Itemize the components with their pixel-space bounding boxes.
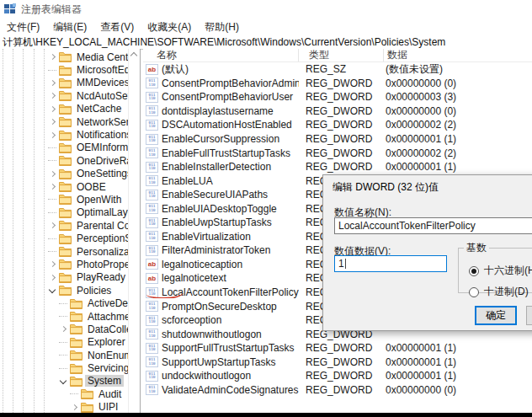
- expand-chevron-icon[interactable]: [59, 312, 68, 321]
- expand-chevron-icon[interactable]: [48, 78, 57, 88]
- tree-item[interactable]: DataCollec: [0, 323, 129, 335]
- expand-chevron-icon[interactable]: [48, 259, 57, 269]
- expand-chevron-icon[interactable]: [48, 143, 57, 152]
- table-row[interactable]: SupportUwpStartupTasks REG_DWORD 0x00000…: [143, 355, 532, 369]
- registry-tree-panel: Media Center MicrosoftEdg MMDevices Nc: [0, 49, 141, 413]
- expand-chevron-icon[interactable]: [70, 403, 79, 412]
- tree-item[interactable]: NetworkServi: [0, 115, 129, 128]
- table-row[interactable]: DSCAutomationHostEnabled REG_DWORD 0x000…: [143, 118, 532, 132]
- expand-chevron-icon[interactable]: [48, 273, 57, 282]
- value-name: SupportUwpStartupTasks: [162, 356, 275, 368]
- value-data-input[interactable]: 1: [334, 255, 447, 272]
- expand-chevron-icon[interactable]: [59, 338, 68, 347]
- expand-chevron-icon[interactable]: [70, 389, 79, 398]
- tree-item[interactable]: ActiveDesk: [0, 297, 129, 309]
- expand-chevron-icon[interactable]: [59, 350, 68, 360]
- table-row[interactable]: dontdisplaylastusername REG_DWORD 0x0000…: [143, 104, 532, 119]
- tree-item[interactable]: Personalizati: [0, 245, 129, 258]
- expand-chevron-icon[interactable]: [48, 104, 57, 114]
- value-name: dontdisplaylastusername: [162, 105, 274, 117]
- expand-chevron-icon[interactable]: [48, 182, 57, 191]
- expand-chevron-icon[interactable]: [48, 131, 57, 140]
- menu-favorites[interactable]: 收藏夹(A): [141, 19, 198, 36]
- value-name: EnableCursorSuppression: [162, 133, 279, 145]
- expand-chevron-icon[interactable]: [59, 364, 68, 373]
- tree-item[interactable]: NonEnum: [0, 349, 129, 361]
- tree-item[interactable]: Attachmen: [0, 310, 129, 323]
- table-row[interactable]: undockwithoutlogon REG_DWORD 0x00000001 …: [143, 369, 532, 383]
- menu-edit[interactable]: 编辑(E): [46, 19, 93, 36]
- tree-item[interactable]: Servicing: [0, 361, 129, 374]
- column-header-type[interactable]: 类型: [299, 49, 384, 61]
- value-type-icon: [146, 78, 158, 88]
- dialog-title: 编辑 DWORD (32 位)值: [332, 180, 439, 195]
- tree-item[interactable]: Media Center: [0, 51, 129, 63]
- cancel-button[interactable]: [526, 306, 532, 325]
- tree-item[interactable]: Audit: [0, 388, 129, 400]
- expand-chevron-icon[interactable]: [48, 234, 57, 243]
- radio-decimal[interactable]: 十进制(D): [469, 285, 529, 299]
- expand-chevron-icon[interactable]: [48, 247, 57, 256]
- tree-item[interactable]: PhotoPropert: [0, 258, 129, 270]
- tree-item[interactable]: OpenWith: [0, 193, 129, 206]
- expand-chevron-icon[interactable]: [48, 156, 57, 165]
- expand-chevron-icon[interactable]: [48, 221, 57, 230]
- value-name-field[interactable]: LocalAccountTokenFilterPolicy: [334, 217, 532, 234]
- tree-item[interactable]: MicrosoftEdg: [0, 63, 129, 76]
- value-type-icon: [146, 92, 158, 103]
- expand-chevron-icon[interactable]: [48, 91, 57, 100]
- tree-item-label: PlayReady: [77, 271, 125, 283]
- expand-chevron-icon[interactable]: [48, 117, 57, 126]
- expand-chevron-icon[interactable]: [59, 324, 68, 334]
- table-row[interactable]: EnableCursorSuppression REG_DWORD 0x0000…: [143, 132, 532, 147]
- radio-unselected-icon[interactable]: [469, 287, 479, 297]
- expand-chevron-icon[interactable]: [48, 66, 57, 75]
- table-row[interactable]: ValidateAdminCodeSignatures REG_DWORD 0x…: [143, 383, 532, 398]
- expand-chevron-icon[interactable]: [48, 195, 57, 204]
- expand-chevron-icon[interactable]: [48, 52, 57, 61]
- table-row[interactable]: EnableInstallerDetection REG_DWORD 0x000…: [143, 160, 532, 174]
- tree-item[interactable]: Policies: [0, 284, 129, 297]
- tree-item[interactable]: Explorer: [0, 336, 129, 349]
- tree-item[interactable]: Parental Cont: [0, 219, 129, 232]
- table-row[interactable]: (默认) REG_SZ (数值未设置): [143, 62, 532, 77]
- tree-item[interactable]: OneDriveRam: [0, 154, 129, 167]
- expand-chevron-icon[interactable]: [59, 299, 68, 308]
- radio-selected-icon[interactable]: [469, 266, 479, 276]
- tree-item[interactable]: PlayReady: [0, 271, 129, 284]
- address-bar[interactable]: 计算机\HKEY_LOCAL_MACHINE\SOFTWARE\Microsof…: [0, 35, 532, 50]
- scroll-up-icon[interactable]: [130, 52, 137, 59]
- value-data: 0x00000001 (1): [384, 342, 532, 354]
- table-row[interactable]: EnableFullTrustStartupTasks REG_DWORD 0x…: [143, 146, 532, 160]
- value-data: 0x00000001 (1): [384, 370, 532, 382]
- radio-hexadecimal[interactable]: 十六进制(H): [469, 264, 532, 278]
- tree-item[interactable]: OneSettings: [0, 168, 129, 180]
- tree-item[interactable]: NetCache: [0, 103, 129, 115]
- tree-item[interactable]: Notifications: [0, 128, 129, 141]
- expand-chevron-icon[interactable]: [48, 286, 57, 295]
- ok-button[interactable]: 确定: [475, 306, 517, 325]
- tree-item[interactable]: PerceptionSin: [0, 232, 129, 244]
- table-row[interactable]: SupportFullTrustStartupTasks REG_DWORD 0…: [143, 341, 532, 356]
- expand-chevron-icon[interactable]: [59, 377, 68, 386]
- table-row[interactable]: ConsentPromptBehaviorAdmin REG_DWORD 0x0…: [143, 77, 532, 91]
- tree-item-label: Policies: [77, 285, 111, 297]
- expand-chevron-icon[interactable]: [48, 208, 57, 217]
- column-header-name[interactable]: 名称: [143, 49, 299, 61]
- expand-chevron-icon[interactable]: [48, 169, 57, 179]
- tree-item[interactable]: OEMInformat: [0, 142, 129, 154]
- tree-item[interactable]: MMDevices: [0, 77, 129, 89]
- tree-item[interactable]: UIPI: [0, 401, 129, 413]
- column-header-data[interactable]: 数据: [384, 49, 532, 61]
- tree-item-selection: System: [85, 375, 124, 387]
- tree-item[interactable]: OOBE: [0, 180, 129, 193]
- menu-view[interactable]: 查看(V): [93, 19, 141, 36]
- table-row[interactable]: ConsentPromptBehaviorUser REG_DWORD 0x00…: [143, 90, 532, 104]
- menu-help[interactable]: 帮助(H): [198, 19, 246, 36]
- tree-item[interactable]: OptimalLayou: [0, 206, 129, 219]
- tree-item[interactable]: NcdAutoSetu: [0, 89, 129, 102]
- tree-item[interactable]: System: [0, 375, 129, 388]
- value-type-icon: [146, 273, 158, 284]
- tree-vertical-scrollbar[interactable]: [128, 49, 140, 413]
- menu-file[interactable]: 文件(F): [0, 19, 46, 36]
